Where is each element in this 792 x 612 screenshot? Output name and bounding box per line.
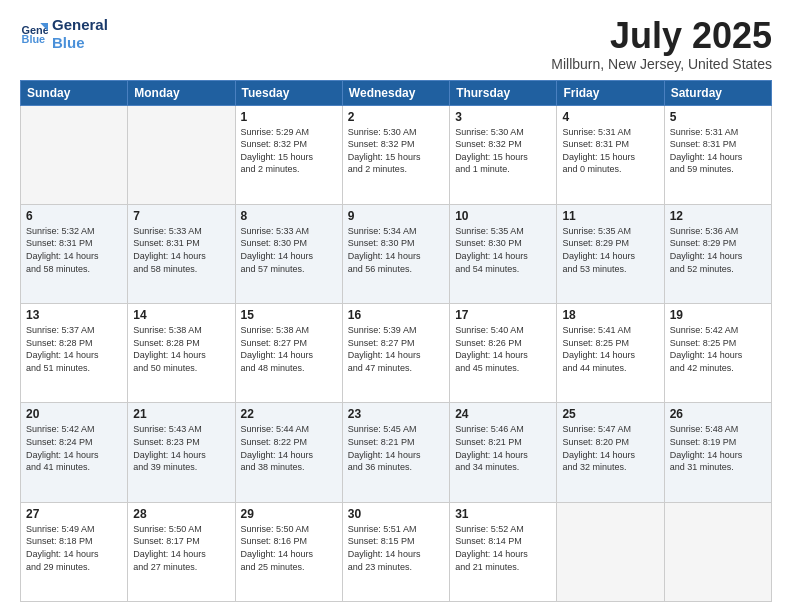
day-number: 20 <box>26 407 122 421</box>
day-info: Sunrise: 5:30 AM Sunset: 8:32 PM Dayligh… <box>348 126 444 176</box>
day-number: 6 <box>26 209 122 223</box>
day-info: Sunrise: 5:41 AM Sunset: 8:25 PM Dayligh… <box>562 324 658 374</box>
day-info: Sunrise: 5:33 AM Sunset: 8:30 PM Dayligh… <box>241 225 337 275</box>
day-info: Sunrise: 5:31 AM Sunset: 8:31 PM Dayligh… <box>670 126 766 176</box>
logo-text-blue: Blue <box>52 34 108 52</box>
day-info: Sunrise: 5:43 AM Sunset: 8:23 PM Dayligh… <box>133 423 229 473</box>
day-info: Sunrise: 5:35 AM Sunset: 8:29 PM Dayligh… <box>562 225 658 275</box>
calendar-cell: 16Sunrise: 5:39 AM Sunset: 8:27 PM Dayli… <box>342 304 449 403</box>
calendar-day-header: Wednesday <box>342 80 449 105</box>
calendar-week-row: 6Sunrise: 5:32 AM Sunset: 8:31 PM Daylig… <box>21 204 772 303</box>
day-info: Sunrise: 5:47 AM Sunset: 8:20 PM Dayligh… <box>562 423 658 473</box>
day-info: Sunrise: 5:48 AM Sunset: 8:19 PM Dayligh… <box>670 423 766 473</box>
calendar-cell: 17Sunrise: 5:40 AM Sunset: 8:26 PM Dayli… <box>450 304 557 403</box>
calendar-header-row: SundayMondayTuesdayWednesdayThursdayFrid… <box>21 80 772 105</box>
logo-icon: General Blue <box>20 20 48 48</box>
day-info: Sunrise: 5:36 AM Sunset: 8:29 PM Dayligh… <box>670 225 766 275</box>
day-number: 13 <box>26 308 122 322</box>
day-number: 18 <box>562 308 658 322</box>
calendar-cell: 23Sunrise: 5:45 AM Sunset: 8:21 PM Dayli… <box>342 403 449 502</box>
calendar-cell: 29Sunrise: 5:50 AM Sunset: 8:16 PM Dayli… <box>235 502 342 601</box>
day-number: 28 <box>133 507 229 521</box>
calendar-cell: 6Sunrise: 5:32 AM Sunset: 8:31 PM Daylig… <box>21 204 128 303</box>
day-number: 8 <box>241 209 337 223</box>
day-info: Sunrise: 5:39 AM Sunset: 8:27 PM Dayligh… <box>348 324 444 374</box>
calendar-table: SundayMondayTuesdayWednesdayThursdayFrid… <box>20 80 772 602</box>
day-number: 19 <box>670 308 766 322</box>
day-number: 7 <box>133 209 229 223</box>
day-number: 26 <box>670 407 766 421</box>
calendar-cell: 27Sunrise: 5:49 AM Sunset: 8:18 PM Dayli… <box>21 502 128 601</box>
day-info: Sunrise: 5:49 AM Sunset: 8:18 PM Dayligh… <box>26 523 122 573</box>
calendar-cell: 11Sunrise: 5:35 AM Sunset: 8:29 PM Dayli… <box>557 204 664 303</box>
calendar-week-row: 13Sunrise: 5:37 AM Sunset: 8:28 PM Dayli… <box>21 304 772 403</box>
day-info: Sunrise: 5:38 AM Sunset: 8:27 PM Dayligh… <box>241 324 337 374</box>
day-number: 12 <box>670 209 766 223</box>
day-info: Sunrise: 5:42 AM Sunset: 8:25 PM Dayligh… <box>670 324 766 374</box>
calendar-cell: 12Sunrise: 5:36 AM Sunset: 8:29 PM Dayli… <box>664 204 771 303</box>
day-number: 23 <box>348 407 444 421</box>
day-number: 22 <box>241 407 337 421</box>
title-block: July 2025 Millburn, New Jersey, United S… <box>551 16 772 72</box>
day-info: Sunrise: 5:34 AM Sunset: 8:30 PM Dayligh… <box>348 225 444 275</box>
day-info: Sunrise: 5:51 AM Sunset: 8:15 PM Dayligh… <box>348 523 444 573</box>
day-info: Sunrise: 5:32 AM Sunset: 8:31 PM Dayligh… <box>26 225 122 275</box>
calendar-day-header: Tuesday <box>235 80 342 105</box>
page-title: July 2025 <box>551 16 772 56</box>
calendar-cell: 14Sunrise: 5:38 AM Sunset: 8:28 PM Dayli… <box>128 304 235 403</box>
calendar-cell: 25Sunrise: 5:47 AM Sunset: 8:20 PM Dayli… <box>557 403 664 502</box>
day-info: Sunrise: 5:46 AM Sunset: 8:21 PM Dayligh… <box>455 423 551 473</box>
header: General Blue General Blue July 2025 Mill… <box>20 16 772 72</box>
day-number: 24 <box>455 407 551 421</box>
calendar-cell: 7Sunrise: 5:33 AM Sunset: 8:31 PM Daylig… <box>128 204 235 303</box>
calendar-cell: 26Sunrise: 5:48 AM Sunset: 8:19 PM Dayli… <box>664 403 771 502</box>
day-info: Sunrise: 5:40 AM Sunset: 8:26 PM Dayligh… <box>455 324 551 374</box>
calendar-day-header: Saturday <box>664 80 771 105</box>
calendar-cell: 19Sunrise: 5:42 AM Sunset: 8:25 PM Dayli… <box>664 304 771 403</box>
day-info: Sunrise: 5:50 AM Sunset: 8:16 PM Dayligh… <box>241 523 337 573</box>
day-number: 11 <box>562 209 658 223</box>
calendar-cell: 15Sunrise: 5:38 AM Sunset: 8:27 PM Dayli… <box>235 304 342 403</box>
day-info: Sunrise: 5:52 AM Sunset: 8:14 PM Dayligh… <box>455 523 551 573</box>
calendar-cell: 10Sunrise: 5:35 AM Sunset: 8:30 PM Dayli… <box>450 204 557 303</box>
calendar-cell: 18Sunrise: 5:41 AM Sunset: 8:25 PM Dayli… <box>557 304 664 403</box>
calendar-cell: 20Sunrise: 5:42 AM Sunset: 8:24 PM Dayli… <box>21 403 128 502</box>
day-number: 5 <box>670 110 766 124</box>
day-number: 25 <box>562 407 658 421</box>
day-info: Sunrise: 5:37 AM Sunset: 8:28 PM Dayligh… <box>26 324 122 374</box>
calendar-day-header: Sunday <box>21 80 128 105</box>
calendar-cell <box>21 105 128 204</box>
calendar-cell: 4Sunrise: 5:31 AM Sunset: 8:31 PM Daylig… <box>557 105 664 204</box>
calendar-cell: 30Sunrise: 5:51 AM Sunset: 8:15 PM Dayli… <box>342 502 449 601</box>
day-number: 1 <box>241 110 337 124</box>
calendar-cell: 9Sunrise: 5:34 AM Sunset: 8:30 PM Daylig… <box>342 204 449 303</box>
calendar-cell: 3Sunrise: 5:30 AM Sunset: 8:32 PM Daylig… <box>450 105 557 204</box>
day-info: Sunrise: 5:31 AM Sunset: 8:31 PM Dayligh… <box>562 126 658 176</box>
calendar-cell <box>128 105 235 204</box>
day-info: Sunrise: 5:42 AM Sunset: 8:24 PM Dayligh… <box>26 423 122 473</box>
day-number: 17 <box>455 308 551 322</box>
day-number: 27 <box>26 507 122 521</box>
day-number: 2 <box>348 110 444 124</box>
svg-text:Blue: Blue <box>22 33 46 45</box>
day-info: Sunrise: 5:44 AM Sunset: 8:22 PM Dayligh… <box>241 423 337 473</box>
day-number: 14 <box>133 308 229 322</box>
day-info: Sunrise: 5:30 AM Sunset: 8:32 PM Dayligh… <box>455 126 551 176</box>
day-number: 4 <box>562 110 658 124</box>
page: General Blue General Blue July 2025 Mill… <box>0 0 792 612</box>
calendar-cell <box>664 502 771 601</box>
calendar-cell: 2Sunrise: 5:30 AM Sunset: 8:32 PM Daylig… <box>342 105 449 204</box>
day-number: 16 <box>348 308 444 322</box>
day-number: 21 <box>133 407 229 421</box>
day-info: Sunrise: 5:38 AM Sunset: 8:28 PM Dayligh… <box>133 324 229 374</box>
calendar-day-header: Thursday <box>450 80 557 105</box>
logo-text-general: General <box>52 16 108 34</box>
calendar-cell: 8Sunrise: 5:33 AM Sunset: 8:30 PM Daylig… <box>235 204 342 303</box>
calendar-cell: 13Sunrise: 5:37 AM Sunset: 8:28 PM Dayli… <box>21 304 128 403</box>
calendar-cell: 1Sunrise: 5:29 AM Sunset: 8:32 PM Daylig… <box>235 105 342 204</box>
calendar-cell: 24Sunrise: 5:46 AM Sunset: 8:21 PM Dayli… <box>450 403 557 502</box>
calendar-cell <box>557 502 664 601</box>
calendar-week-row: 1Sunrise: 5:29 AM Sunset: 8:32 PM Daylig… <box>21 105 772 204</box>
calendar-cell: 28Sunrise: 5:50 AM Sunset: 8:17 PM Dayli… <box>128 502 235 601</box>
day-info: Sunrise: 5:29 AM Sunset: 8:32 PM Dayligh… <box>241 126 337 176</box>
